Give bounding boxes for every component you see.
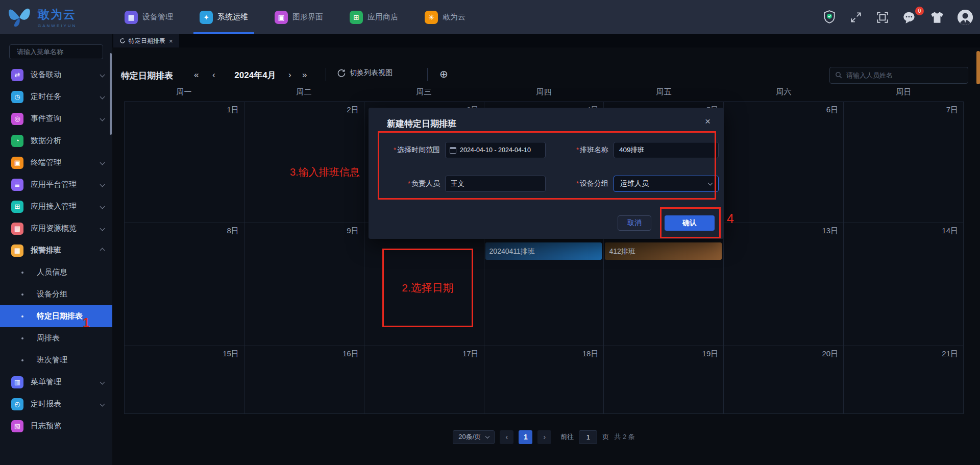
- calendar-cell[interactable]: 14日: [844, 223, 964, 346]
- date-label: 13日: [822, 226, 838, 236]
- calendar-cell[interactable]: 8日: [125, 223, 244, 346]
- sidebar-item-log-preview[interactable]: ▧日志预览: [0, 415, 112, 437]
- sidebar-item-label: 日志预览: [31, 421, 61, 431]
- page-size-select[interactable]: 20条/页: [453, 430, 495, 444]
- person-search-input[interactable]: [846, 71, 963, 79]
- sidebar-item-alarm-scheduling[interactable]: ▦报警排班: [0, 239, 112, 261]
- sidebar-item-app-resource-overview[interactable]: ▤应用资源概览: [0, 217, 112, 239]
- calendar-cell[interactable]: 16日: [244, 346, 364, 414]
- user-avatar[interactable]: [958, 10, 973, 25]
- security-shield-icon[interactable]: [823, 10, 836, 25]
- cancel-button[interactable]: 取消: [618, 215, 651, 231]
- log-preview-icon: ▧: [11, 420, 23, 432]
- app-access-icon: ⊞: [11, 201, 23, 213]
- sidebar-item-personnel-info[interactable]: 人员信息: [0, 261, 112, 283]
- current-page-button[interactable]: 1: [519, 430, 532, 444]
- sidebar-item-menu-management[interactable]: ▥菜单管理: [0, 371, 112, 393]
- calendar-cell[interactable]: 9日: [244, 223, 364, 346]
- pagination: 20条/页 ‹ 1 › 前往 页 共 2 条: [124, 429, 964, 445]
- next-year-button[interactable]: »: [302, 70, 307, 80]
- topnav-item-app-store[interactable]: ⊞应用商店: [350, 0, 398, 34]
- switch-list-view-button[interactable]: 切换列表视图: [337, 68, 393, 78]
- chevron-down-icon: [100, 226, 105, 231]
- calendar-cell[interactable]: 19日: [604, 346, 724, 414]
- prev-page-button[interactable]: ‹: [500, 430, 513, 444]
- tab-bar: 特定日期排表 ×: [112, 34, 980, 47]
- bullet-dot-icon: [21, 337, 23, 339]
- sidebar-item-timed-report[interactable]: ◴定时报表: [0, 393, 112, 415]
- calendar-cell[interactable]: 21日: [844, 346, 964, 414]
- theme-shirt-icon[interactable]: [930, 11, 944, 24]
- sidebar-item-shift-management[interactable]: 班次管理: [0, 349, 112, 371]
- search-icon: [835, 71, 843, 79]
- screenshot-frame-icon[interactable]: [876, 11, 889, 24]
- sidebar-item-event-query[interactable]: ◎事件查询: [0, 108, 112, 130]
- modal-close-icon[interactable]: ×: [705, 116, 710, 127]
- sidebar-item-specific-date-schedule[interactable]: 特定日期排表: [0, 305, 112, 327]
- sidebar-item-label: 应用接入管理: [31, 202, 77, 211]
- sidebar-item-app-access-management[interactable]: ⊞应用接入管理: [0, 195, 112, 217]
- sidebar-menu: ⇄设备联动◷定时任务◎事件查询◔数据分析▣终端管理≣应用平台管理⊞应用接入管理▤…: [0, 64, 112, 437]
- topnav-item-system-operations[interactable]: ✦系统运维: [200, 0, 248, 34]
- top-navbar: 敢为云 GANWEIYUN ▦设备管理✦系统运维▣图形界面⊞应用商店✳敢为云 0: [0, 0, 980, 34]
- goto-page-input[interactable]: [579, 430, 597, 444]
- person-search[interactable]: [829, 67, 968, 84]
- calendar-cell[interactable]: 15日: [125, 346, 244, 414]
- timed-report-icon: ◴: [11, 398, 23, 410]
- chevron-down-icon: [100, 182, 105, 187]
- annotation-step-3-label: 3.输入排班信息: [290, 165, 360, 179]
- sidebar-item-label: 应用资源概览: [31, 224, 77, 233]
- date-label: 8日: [227, 226, 239, 236]
- sidebar-item-app-platform-management[interactable]: ≣应用平台管理: [0, 174, 112, 195]
- calendar-cell[interactable]: 2日: [244, 102, 364, 223]
- tab-refresh-icon: [119, 38, 125, 44]
- sidebar-search-input[interactable]: [17, 48, 107, 56]
- tab-specific-date-schedule[interactable]: 特定日期排表 ×: [113, 34, 179, 47]
- date-label: 16日: [342, 349, 359, 359]
- terminal-management-icon: ▣: [11, 157, 23, 169]
- page-scrollbar-thumb[interactable]: [976, 51, 980, 84]
- calendar-cell[interactable]: 1日: [125, 102, 244, 223]
- schedule-event[interactable]: 20240411排班: [485, 242, 602, 260]
- add-schedule-icon[interactable]: ⊕: [439, 68, 448, 80]
- calendar-cell[interactable]: 11日20240411排班: [484, 223, 604, 346]
- messages-icon[interactable]: 0: [902, 11, 917, 24]
- sidebar-item-terminal-management[interactable]: ▣终端管理: [0, 152, 112, 174]
- calendar-cell[interactable]: 6日: [724, 102, 844, 223]
- annotation-step-1: 1: [83, 315, 90, 330]
- date-label: 7日: [946, 105, 958, 115]
- sidebar-item-device-linkage[interactable]: ⇄设备联动: [0, 64, 112, 86]
- date-label: 15日: [223, 349, 239, 359]
- fullscreen-expand-icon[interactable]: [849, 11, 863, 24]
- sidebar-search[interactable]: [9, 44, 103, 59]
- tab-close-icon[interactable]: ×: [169, 37, 173, 45]
- calendar-cell[interactable]: 20日: [724, 346, 844, 414]
- annotation-step-2-label: 2.选择日期: [402, 281, 454, 295]
- sidebar-item-timed-task[interactable]: ◷定时任务: [0, 86, 112, 108]
- topnav-item-ganweiyun[interactable]: ✳敢为云: [425, 0, 465, 34]
- next-page-button[interactable]: ›: [537, 430, 551, 444]
- calendar-toolbar: 特定日期排表 « ‹ 2024年4月 › » 切换列表视图 ⊕: [112, 47, 980, 83]
- prev-year-button[interactable]: «: [194, 70, 199, 80]
- calendar-cell[interactable]: 18日: [484, 346, 604, 414]
- prev-month-button[interactable]: ‹: [212, 70, 215, 80]
- weekday-header: 周四: [484, 83, 604, 102]
- refresh-icon: [337, 69, 346, 78]
- topnav-item-graphic-interface[interactable]: ▣图形界面: [275, 0, 323, 34]
- sidebar-scrollbar-thumb[interactable]: [110, 53, 112, 135]
- calendar-cell[interactable]: 12日412排班: [604, 223, 724, 346]
- schedule-event[interactable]: 412排班: [605, 242, 722, 260]
- calendar-cell[interactable]: 7日: [844, 102, 964, 223]
- next-month-button[interactable]: ›: [288, 70, 291, 80]
- brand-logo[interactable]: 敢为云 GANWEIYUN: [6, 5, 108, 30]
- sidebar-item-device-grouping[interactable]: 设备分组: [0, 283, 112, 305]
- sidebar-item-weekly-schedule[interactable]: 周排表: [0, 327, 112, 349]
- calendar-cell[interactable]: 13日: [724, 223, 844, 346]
- calendar-cell[interactable]: 17日: [364, 346, 484, 414]
- calendar-week-row: 8日9日10日11日20240411排班12日412排班13日14日: [124, 223, 964, 346]
- topnav-item-device-management[interactable]: ▦设备管理: [125, 0, 173, 34]
- topnav-item-label: 应用商店: [368, 12, 398, 22]
- weekday-header: 周日: [844, 83, 964, 102]
- event-query-icon: ◎: [11, 113, 23, 125]
- sidebar-item-data-analysis[interactable]: ◔数据分析: [0, 130, 112, 152]
